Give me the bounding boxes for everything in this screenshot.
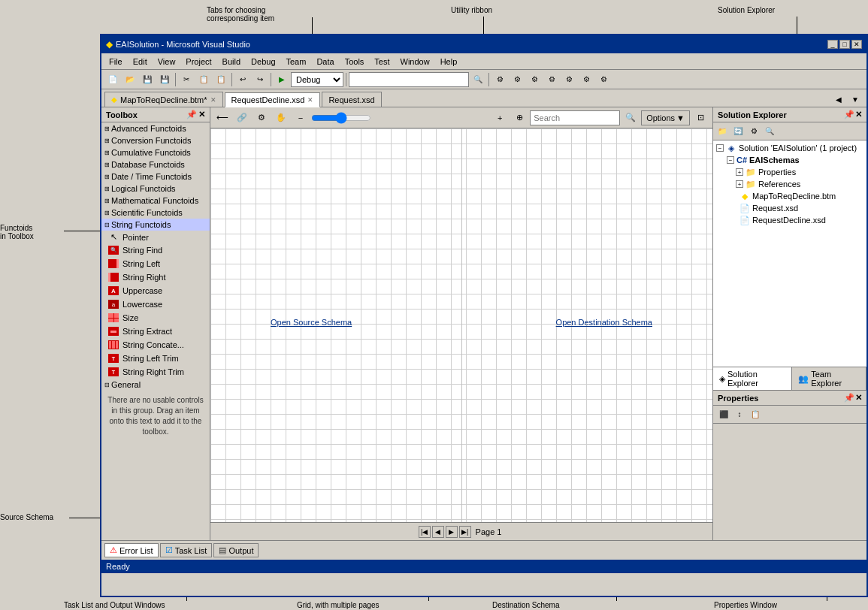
toolbox-item-stringrighttrim[interactable]: T String Right Trim (101, 365, 210, 379)
toolbar-btn12[interactable]: ⚙ (595, 72, 612, 87)
tab-scroll-left[interactable]: ◀ (830, 92, 847, 107)
tree-item-references[interactable]: + 📁 References (715, 178, 865, 190)
toolbar-btn9[interactable]: ⚙ (543, 72, 560, 87)
bottom-tab-output[interactable]: ▤ Output (213, 543, 259, 557)
tree-item-request-xsd[interactable]: 📄 Request.xsd (715, 202, 865, 214)
mapper-btn-zoomin[interactable]: + (491, 110, 509, 126)
menu-test[interactable]: Test (370, 56, 394, 68)
bottom-tab-errorlist[interactable]: ⚠ Error List (104, 543, 159, 557)
minimize-button[interactable]: _ (827, 40, 838, 49)
toolbar-cut[interactable]: ✂ (178, 72, 195, 87)
mapper-btn-zoomout[interactable]: − (292, 110, 310, 126)
tab-dropdown-btn[interactable]: ▼ (847, 92, 863, 107)
mapper-btn-zoomfit[interactable]: ⊕ (510, 110, 528, 126)
se-close-btn[interactable]: ✕ (855, 110, 862, 119)
mapper-btn-settings[interactable]: ⚙ (253, 110, 271, 126)
tree-item-solution[interactable]: − ◈ Solution 'EAISolution' (1 project) (715, 142, 865, 154)
toolbox-group-database-header[interactable]: ⊞ Database Functoids (101, 159, 210, 171)
tree-item-project[interactable]: − C# EAISchemas (715, 154, 865, 166)
page-nav-next[interactable]: ▶ (446, 526, 458, 538)
toolbox-item-stringright[interactable]: String Right (101, 270, 210, 284)
toolbar-open[interactable]: 📂 (122, 72, 138, 87)
toolbox-item-stringlefttrim[interactable]: T String Left Trim (101, 352, 210, 365)
mapper-search-icon[interactable]: 🔍 (622, 110, 640, 126)
tree-expand-project[interactable]: − (727, 156, 734, 164)
mapper-btn-back[interactable]: ⟵ (213, 110, 231, 126)
toolbox-group-mathematical-header[interactable]: ⊞ Mathematical Functoids (101, 195, 210, 207)
open-dest-schema-link[interactable]: Open Destination Schema (556, 318, 652, 327)
menu-team[interactable]: Team (282, 56, 311, 68)
tree-expand-references[interactable]: + (736, 180, 743, 188)
toolbox-item-stringextract[interactable]: String Extract (101, 325, 210, 338)
toolbox-item-stringleft[interactable]: String Left (101, 257, 210, 270)
menu-edit[interactable]: Edit (129, 56, 152, 68)
toolbox-group-advanced-header[interactable]: ⊞ Advanced Functoids (101, 122, 210, 134)
tree-item-properties[interactable]: + 📁 Properties (715, 166, 865, 178)
mapper-zoom-slider[interactable] (311, 112, 371, 124)
maximize-button[interactable]: □ (839, 40, 850, 49)
toolbox-item-lowercase[interactable]: a Lowercase (101, 297, 210, 311)
page-nav-last[interactable]: ▶| (459, 526, 471, 538)
prop-toolbar-btn2[interactable]: ↕ (732, 408, 747, 421)
toolbox-group-datetime-header[interactable]: ⊞ Date / Time Functoids (101, 171, 210, 183)
tab-maptoReqDecline[interactable]: ◆ MapToReqDecline.btm* ✕ (104, 92, 223, 107)
se-toolbar-btn3[interactable]: ⚙ (746, 125, 761, 138)
close-button[interactable]: ✕ (851, 40, 862, 49)
toolbar-redo[interactable]: ↪ (252, 72, 268, 87)
toolbar-btn7[interactable]: ⚙ (509, 72, 525, 87)
toolbox-group-general-header[interactable]: ⊟ General (101, 379, 210, 391)
toolbox-group-conversion-header[interactable]: ⊞ Conversion Functoids (101, 134, 210, 146)
tab-request[interactable]: Request.xsd (322, 92, 381, 107)
tree-item-requestdecline-xsd[interactable]: 📄 RequestDecline.xsd (715, 214, 865, 226)
tab-solution-explorer[interactable]: ◈ Solution Explorer (713, 367, 792, 390)
menu-help[interactable]: Help (436, 56, 462, 68)
toolbar-saveall[interactable]: 💾 (156, 72, 173, 87)
page-nav-prev[interactable]: ◀ (432, 526, 444, 538)
se-pin-btn[interactable]: 📌 (844, 110, 854, 119)
toolbox-item-uppercase[interactable]: A Uppercase (101, 284, 210, 297)
toolbar-save[interactable]: 💾 (139, 72, 156, 87)
toolbox-item-size[interactable]: Size (101, 311, 210, 325)
menu-window[interactable]: Window (396, 56, 434, 68)
tab-close-0[interactable]: ✕ (210, 96, 216, 104)
toolbox-group-logical-header[interactable]: ⊞ Logical Functoids (101, 183, 210, 195)
tree-item-btm[interactable]: ◆ MapToReqDecline.btm (715, 190, 865, 202)
menu-project[interactable]: Project (181, 56, 216, 68)
toolbar-btn6[interactable]: ⚙ (491, 72, 508, 87)
toolbar-copy[interactable]: 📋 (195, 72, 212, 87)
mapper-search-input[interactable] (530, 110, 620, 125)
tree-expand-solution[interactable]: − (716, 144, 724, 152)
debug-mode-select[interactable]: Debug Release (291, 72, 343, 87)
mapper-options-button[interactable]: Options ▼ (641, 110, 690, 125)
toolbox-group-cumulative-header[interactable]: ⊞ Cumulative Functoids (101, 146, 210, 159)
toolbar-btn10[interactable]: ⚙ (561, 72, 577, 87)
toolbox-group-scientific-header[interactable]: ⊞ Scientific Functoids (101, 207, 210, 219)
menu-tools[interactable]: Tools (340, 56, 369, 68)
toolbox-item-pointer[interactable]: ↖ Pointer (101, 231, 210, 243)
toolbar-btn8[interactable]: ⚙ (526, 72, 543, 87)
se-toolbar-btn4[interactable]: 🔍 (762, 125, 777, 138)
se-toolbar-btn2[interactable]: 🔄 (730, 125, 746, 138)
tab-close-1[interactable]: ✕ (307, 96, 313, 104)
se-toolbar-btn1[interactable]: 📁 (715, 125, 730, 138)
toolbar-paste[interactable]: 📋 (213, 72, 229, 87)
menu-file[interactable]: File (104, 56, 127, 68)
prop-toolbar-btn1[interactable]: ⬛ (716, 408, 731, 421)
menu-build[interactable]: Build (218, 56, 245, 68)
toolbar-start[interactable]: ▶ (274, 72, 290, 87)
open-source-schema-link[interactable]: Open Source Schema (271, 318, 352, 327)
bottom-tab-tasklist[interactable]: ☑ Task List (160, 543, 213, 557)
tab-team-explorer[interactable]: 👥 Team Explorer (792, 367, 866, 390)
tree-expand-properties[interactable]: + (736, 168, 743, 176)
toolbox-item-stringconcat[interactable]: String Concate... (101, 338, 210, 352)
prop-close-btn[interactable]: ✕ (855, 393, 862, 403)
menu-debug[interactable]: Debug (246, 56, 280, 68)
toolbar-search-btn[interactable]: 🔍 (470, 72, 486, 87)
toolbox-close-btn[interactable]: ✕ (198, 110, 205, 119)
mapper-btn-extra[interactable]: ⊡ (691, 110, 709, 126)
prop-toolbar-btn3[interactable]: 📋 (748, 408, 763, 421)
toolbox-item-stringfind[interactable]: 🔍 String Find (101, 243, 210, 257)
toolbar-undo[interactable]: ↩ (234, 72, 251, 87)
tab-requestDecline[interactable]: RequestDecline.xsd ✕ (225, 92, 321, 107)
toolbar-search-input[interactable] (349, 72, 469, 87)
